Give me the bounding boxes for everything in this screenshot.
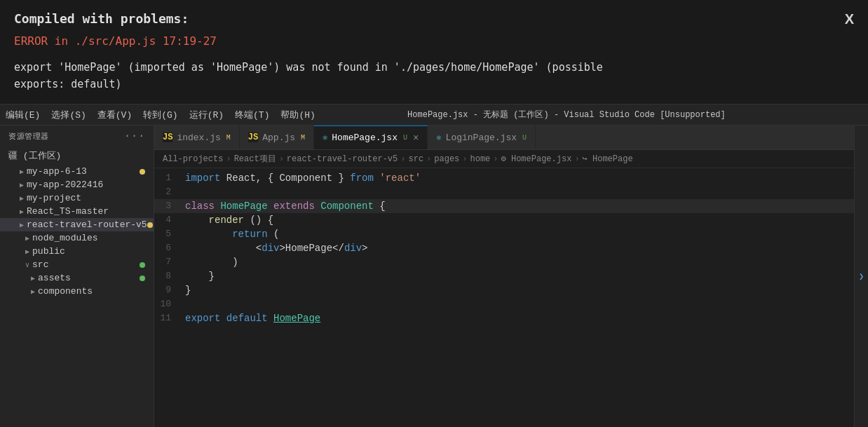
main-layout: 资源管理器 ··· 疆 (工作区) ▶ my-app-6-13 ▶ my-app… <box>0 126 868 427</box>
bc-all-projects[interactable]: All-projects <box>163 154 223 164</box>
line-content: import React, { Component } from 'react' <box>182 171 854 185</box>
sidebar-item-label: public <box>32 246 65 257</box>
sidebar-item-label: React_TS-master <box>27 206 109 217</box>
line-number: 11 <box>154 311 182 325</box>
breadcrumb-sep: › <box>279 154 284 164</box>
status-dot <box>140 169 145 175</box>
error-title: Compiled with problems: <box>14 11 854 26</box>
line-content <box>182 185 854 199</box>
line-content: return ( <box>182 227 854 241</box>
status-dot <box>140 262 145 268</box>
arrow-icon: ▶ <box>20 194 24 203</box>
tab-label: LoginPage.jsx <box>446 133 517 143</box>
bc-src[interactable]: src <box>408 154 423 164</box>
line-number: 2 <box>154 185 182 199</box>
sidebar-item-react-travel[interactable]: ▶ react-travel-router-v5 <box>0 218 154 231</box>
code-line-3: 3 class HomePage extends Component { <box>154 199 854 213</box>
bc-homepagejsx[interactable]: ⚙ HomePage.jsx <box>501 154 572 164</box>
tab-homepage-jsx[interactable]: ⚛ HomePage.jsx U × <box>314 126 428 149</box>
sidebar-item-assets[interactable]: ▶ assets <box>0 271 154 285</box>
arrow-icon: ▶ <box>20 168 24 176</box>
code-line-2: 2 <box>154 185 854 199</box>
menu-help[interactable]: 帮助(H) <box>275 107 320 123</box>
window-title: HomePage.jsx - 无标题 (工作区) - Visual Studio… <box>399 109 734 121</box>
line-content: ) <box>182 255 854 269</box>
error-location: ERROR in ./src/App.js 17:19-27 <box>14 34 854 48</box>
sidebar-header: 资源管理器 ··· <box>0 126 154 147</box>
arrow-icon: ∨ <box>25 261 29 269</box>
code-line-11: 11 export default HomePage <box>154 311 854 325</box>
line-number: 7 <box>154 255 182 269</box>
bc-homepage-class[interactable]: ↪ HomePage <box>583 154 633 164</box>
sidebar-item-node-modules[interactable]: ▶ node_modules <box>0 231 154 245</box>
tab-label: HomePage.jsx <box>332 133 398 143</box>
sidebar-item-label: my-app-6-13 <box>27 166 87 177</box>
code-line-7: 7 ) <box>154 255 854 269</box>
sidebar-header-label: 资源管理器 <box>8 131 49 142</box>
code-line-6: 6 <div>HomePage</div> <box>154 241 854 255</box>
bc-pages[interactable]: pages <box>434 154 459 164</box>
menu-select[interactable]: 选择(S) <box>46 107 91 123</box>
sidebar-item-my-app-2022416[interactable]: ▶ my-app-2022416 <box>0 178 154 191</box>
line-content: } <box>182 283 854 297</box>
vscode-area: 编辑(E) 选择(S) 查看(V) 转到(G) 运行(R) 终端(T) 帮助(H… <box>0 104 868 427</box>
line-number: 10 <box>154 297 182 311</box>
arrow-icon: ▶ <box>20 208 24 216</box>
tab-badge: M <box>226 134 231 142</box>
sidebar-item-public[interactable]: ▶ public <box>0 245 154 258</box>
breadcrumb-sep: › <box>574 154 579 164</box>
tab-label: App.js <box>262 133 295 143</box>
bc-home[interactable]: home <box>470 154 491 164</box>
error-overlay: Compiled with problems: ERROR in ./src/A… <box>0 0 868 104</box>
error-close-button[interactable]: X <box>845 11 854 27</box>
line-number: 8 <box>154 269 182 283</box>
line-content: class HomePage extends Component { <box>182 199 854 213</box>
menu-terminal[interactable]: 终端(T) <box>229 107 275 123</box>
tab-badge: U <box>403 134 407 142</box>
bc-router[interactable]: react-travel-router-v5 <box>287 154 398 164</box>
menu-items: 编辑(E) 选择(S) 查看(V) 转到(G) 运行(R) 终端(T) 帮助(H… <box>0 107 321 123</box>
line-number: 1 <box>154 171 182 185</box>
sidebar-more-button[interactable]: ··· <box>124 130 145 142</box>
code-editor[interactable]: 1 import React, { Component } from 'reac… <box>154 168 854 427</box>
breadcrumb-sep: › <box>226 154 231 164</box>
sidebar-item-label: components <box>38 286 93 297</box>
sidebar-item-label: my-app-2022416 <box>27 179 103 190</box>
error-message: export 'HomePage' (imported as 'HomePage… <box>14 59 854 93</box>
sidebar-item-src[interactable]: ∨ src <box>0 258 154 271</box>
line-content: export default HomePage <box>182 311 854 325</box>
menu-run[interactable]: 运行(R) <box>184 107 229 123</box>
sidebar-item-components[interactable]: ▶ components <box>0 285 154 298</box>
sidebar-item-label: assets <box>38 273 71 283</box>
arrow-icon: ▶ <box>20 221 24 229</box>
tab-badge: M <box>301 134 305 142</box>
editor-area: JS index.js M JS App.js M ⚛ HomePage.jsx… <box>154 126 854 427</box>
js-icon: JS <box>163 133 172 142</box>
line-content: render () { <box>182 213 854 227</box>
right-panel-toggle[interactable]: ❯ <box>854 126 868 427</box>
tab-index-js[interactable]: JS index.js M <box>154 126 240 149</box>
jsx-icon: ⚛ <box>436 133 441 143</box>
bc-react[interactable]: React项目 <box>234 153 276 165</box>
tab-close-button[interactable]: × <box>413 133 419 144</box>
tab-bar: JS index.js M JS App.js M ⚛ HomePage.jsx… <box>154 126 854 150</box>
line-number: 3 <box>154 199 182 213</box>
line-content: <div>HomePage</div> <box>182 241 854 255</box>
tab-loginpage-jsx[interactable]: ⚛ LoginPage.jsx U <box>428 126 536 149</box>
code-line-9: 9 } <box>154 283 854 297</box>
menu-goto[interactable]: 转到(G) <box>137 107 183 123</box>
arrow-icon: ▶ <box>31 287 35 296</box>
menu-view[interactable]: 查看(V) <box>92 107 137 123</box>
sidebar-item-my-project[interactable]: ▶ my-project <box>0 191 154 205</box>
menu-edit[interactable]: 编辑(E) <box>0 107 46 123</box>
tab-badge: U <box>522 134 527 142</box>
sidebar-item-react-ts-master[interactable]: ▶ React_TS-master <box>0 205 154 218</box>
arrow-icon: ▶ <box>20 181 24 189</box>
code-line-1: 1 import React, { Component } from 'reac… <box>154 171 854 185</box>
arrow-icon: ▶ <box>31 274 35 283</box>
tab-app-js[interactable]: JS App.js M <box>240 126 314 149</box>
tab-label: index.js <box>177 133 220 143</box>
sidebar-item-label: my-project <box>27 193 81 203</box>
sidebar-section-title[interactable]: 疆 (工作区) <box>0 147 154 165</box>
sidebar-item-my-app-6-13[interactable]: ▶ my-app-6-13 <box>0 165 154 178</box>
